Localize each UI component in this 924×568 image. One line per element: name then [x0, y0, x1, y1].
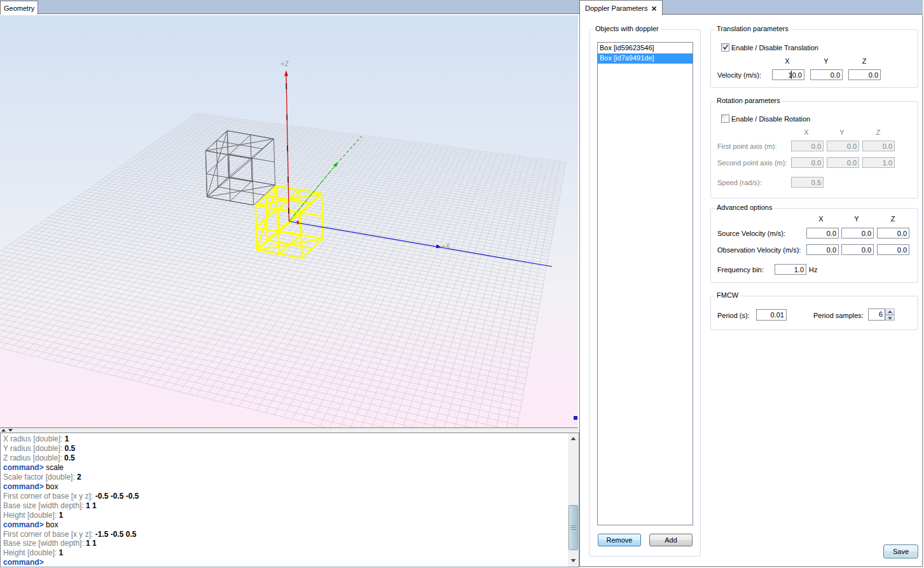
- svg-text:+Z: +Z: [280, 60, 289, 67]
- svg-text:+X: +X: [441, 242, 450, 250]
